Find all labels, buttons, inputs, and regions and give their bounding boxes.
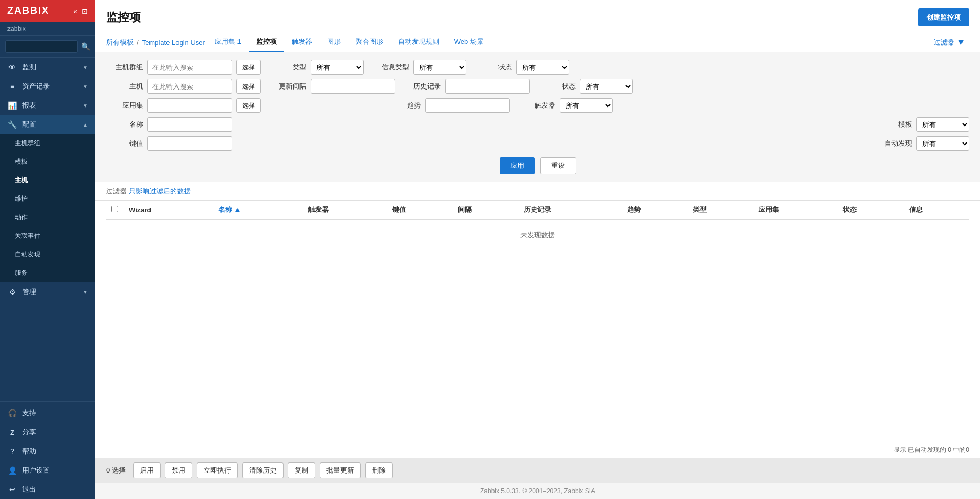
sidebar-item-label-config: 配置 xyxy=(22,120,77,129)
filter-reset-button[interactable]: 重设 xyxy=(540,157,576,174)
execute-now-button[interactable]: 立即执行 xyxy=(197,462,238,478)
filter-trend-input[interactable] xyxy=(425,98,510,113)
tab-items[interactable]: 监控项 xyxy=(249,33,284,52)
filter-host-input[interactable] xyxy=(147,79,232,94)
sidebar-item-monitor[interactable]: 👁 监测 ▼ xyxy=(0,58,95,77)
sidebar-item-logout[interactable]: ↩ 退出 xyxy=(0,480,95,499)
filter-row-trigger: 触发器 所有 xyxy=(518,98,613,113)
filter-hostgroup-input[interactable] xyxy=(147,60,232,75)
filter-label-trend: 趋势 xyxy=(384,101,421,110)
sidebar-item-action[interactable]: 动作 xyxy=(0,208,95,227)
sidebar-item-config[interactable]: 🔧 配置 ▲ xyxy=(0,115,95,134)
filter-row-status1: 状态 所有 xyxy=(475,60,569,75)
sidebar-item-admin[interactable]: ⚙ 管理 ▼ xyxy=(0,282,95,301)
sidebar-item-label-assets: 资产记录 xyxy=(22,82,77,91)
filter-row-type: 类型 所有 xyxy=(269,60,364,75)
filter-interval-input[interactable] xyxy=(311,79,395,94)
search-icon[interactable]: 🔍 xyxy=(81,42,90,51)
logo-icons: « ⊡ xyxy=(73,7,88,15)
search-input[interactable] xyxy=(5,40,78,53)
main-header: 监控项 创建监控项 所有模板 / Template Login User 应用集… xyxy=(95,0,980,52)
collapse-icon[interactable]: « xyxy=(73,7,77,15)
sidebar-item-hostgroup[interactable]: 主机群组 xyxy=(0,134,95,153)
sidebar-item-service[interactable]: 服务 xyxy=(0,264,95,282)
filter-appset-select-btn[interactable]: 选择 xyxy=(236,98,261,113)
table-col-status: 状态 xyxy=(837,201,903,219)
filter-label-trigger: 触发器 xyxy=(518,101,555,110)
filter-label-appset: 应用集 xyxy=(106,101,143,110)
filter-toggle-btn[interactable]: 过滤器 ▼ xyxy=(930,35,969,49)
filter-key-input[interactable] xyxy=(147,136,232,151)
sidebar-item-report[interactable]: 📊 报表 ▼ xyxy=(0,96,95,115)
admin-icon: ⚙ xyxy=(7,288,17,296)
expand-icon[interactable]: ⊡ xyxy=(82,7,88,15)
table-col-interval: 间隔 xyxy=(453,201,518,219)
copy-button[interactable]: 复制 xyxy=(288,462,315,478)
config-icon: 🔧 xyxy=(7,120,17,129)
sidebar-item-label-monitor: 监测 xyxy=(22,63,77,72)
filter-label-name: 名称 xyxy=(106,120,143,129)
sidebar-item-user-settings[interactable]: 👤 用户设置 xyxy=(0,461,95,480)
filter-infotype-select[interactable]: 所有 xyxy=(413,60,466,75)
filter-status2-select[interactable]: 所有 xyxy=(580,79,633,94)
sidebar-item-support[interactable]: 🎧 支持 xyxy=(0,404,95,423)
filter-row-template: 模板 所有 xyxy=(875,117,969,132)
filter-label-type: 类型 xyxy=(269,63,306,72)
clear-history-button[interactable]: 清除历史 xyxy=(242,462,284,478)
tab-appset[interactable]: 应用集 1 xyxy=(207,33,249,52)
sidebar: ZABBIX « ⊡ zabbix 🔍 👁 监测 ▼ ≡ 资产记录 ▼ 📊 报表… xyxy=(0,0,95,499)
disable-button[interactable]: 禁用 xyxy=(165,462,192,478)
user-icon: 👤 xyxy=(7,466,17,475)
filter-status1-select[interactable]: 所有 xyxy=(516,60,569,75)
filter-hostgroup-select-btn[interactable]: 选择 xyxy=(236,60,261,75)
sidebar-item-assets[interactable]: ≡ 资产记录 ▼ xyxy=(0,77,95,96)
table-col-checkbox xyxy=(106,201,123,219)
filter-appset-input[interactable] xyxy=(147,98,232,113)
breadcrumb-sep: / xyxy=(137,39,139,47)
filter-funnel-icon: ▼ xyxy=(957,38,965,47)
sidebar-item-label-service: 服务 xyxy=(15,269,88,278)
monitor-arrow: ▼ xyxy=(83,65,88,70)
filter-trigger-select[interactable]: 所有 xyxy=(560,98,613,113)
filter-type-select[interactable]: 所有 xyxy=(311,60,364,75)
table-col-appset: 应用集 xyxy=(753,201,837,219)
filter-row-hostgroup: 主机群组 选择 xyxy=(106,60,261,75)
enable-button[interactable]: 启用 xyxy=(133,462,161,478)
select-all-checkbox[interactable] xyxy=(111,206,118,212)
tab-autodiscovery[interactable]: 自动发现规则 xyxy=(391,33,447,52)
footer-text: Zabbix 5.0.33. © 2001–2023, Zabbix SIA xyxy=(480,487,595,495)
create-item-button[interactable]: 创建监控项 xyxy=(918,8,969,26)
filter-row-trend: 趋势 xyxy=(384,98,510,113)
sidebar-item-discovery[interactable]: 自动发现 xyxy=(0,245,95,264)
filter-history-input[interactable] xyxy=(445,79,530,94)
table-row-no-data: 未发现数据 xyxy=(106,219,969,251)
delete-button[interactable]: 删除 xyxy=(365,462,393,478)
breadcrumb-all-templates[interactable]: 所有模板 xyxy=(106,38,134,47)
items-table: Wizard 名称 ▲ 触发器 键值 间隔 历史记录 趋势 类型 应用集 状态 … xyxy=(106,201,969,251)
filter-name-input[interactable] xyxy=(147,117,232,132)
sidebar-item-event[interactable]: 关联事件 xyxy=(0,227,95,245)
tab-aggregate[interactable]: 聚合图形 xyxy=(348,33,391,52)
assets-icon: ≡ xyxy=(7,82,17,91)
sidebar-item-help[interactable]: ? 帮助 xyxy=(0,442,95,461)
sidebar-item-label-support: 支持 xyxy=(22,408,88,418)
table-col-key: 键值 xyxy=(387,201,453,219)
filter-row-infotype: 信息类型 所有 xyxy=(372,60,466,75)
table-col-name[interactable]: 名称 ▲ xyxy=(213,201,303,219)
filter-apply-button[interactable]: 应用 xyxy=(500,157,535,174)
sidebar-item-host[interactable]: 主机 xyxy=(0,171,95,190)
tab-graphs[interactable]: 图形 xyxy=(320,33,348,52)
table-container: Wizard 名称 ▲ 触发器 键值 间隔 历史记录 趋势 类型 应用集 状态 … xyxy=(95,201,980,442)
sidebar-item-maintenance[interactable]: 维护 xyxy=(0,190,95,208)
filter-host-select-btn[interactable]: 选择 xyxy=(236,79,261,94)
batch-update-button[interactable]: 批量更新 xyxy=(320,462,361,478)
breadcrumb-template-login-user[interactable]: Template Login User xyxy=(142,39,205,47)
filter-template-select[interactable]: 所有 xyxy=(916,117,969,132)
sidebar-item-share[interactable]: Z 分享 xyxy=(0,423,95,442)
sidebar-item-template[interactable]: 模板 xyxy=(0,153,95,171)
tab-triggers[interactable]: 触发器 xyxy=(284,33,320,52)
filter-btn-label: 过滤器 xyxy=(934,38,955,47)
filter-autodiscovery-select[interactable]: 所有 xyxy=(916,136,969,151)
sidebar-section-config: 🔧 配置 ▲ 主机群组 模板 主机 维护 动作 关联事件 自 xyxy=(0,115,95,282)
tab-webscene[interactable]: Web 场景 xyxy=(447,33,491,52)
